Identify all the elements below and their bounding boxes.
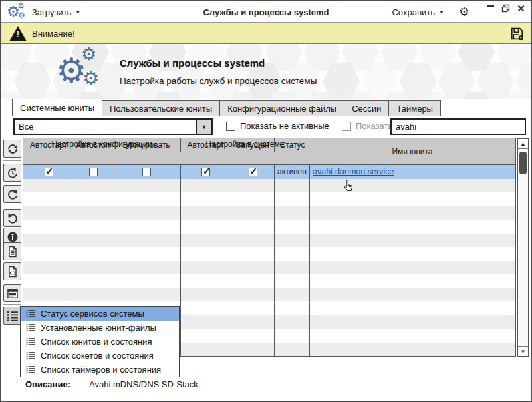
status-cell: активен (275, 165, 310, 179)
menu-item-label: Статус сервисов системы (41, 309, 144, 319)
menu-item-sockets-list[interactable]: Список сокетов и состояния (21, 349, 179, 363)
table-row-empty[interactable] (23, 206, 515, 220)
table-row-empty[interactable] (23, 261, 515, 275)
warning-text: Внимание! (32, 29, 75, 39)
save-settings-button[interactable] (509, 25, 525, 45)
table-header: Настройка в конфигурации Настройка в сис… (23, 138, 515, 165)
menu-item-label: Список таймеров и состояния (41, 365, 161, 375)
redo-button[interactable] (3, 185, 21, 203)
window-controls: ✕ (486, 4, 525, 13)
maximize-button[interactable] (501, 4, 510, 13)
app-window: ⚙ ⚙ ⚙ Загрузить ▼ Службы и процессы syst… (0, 0, 532, 402)
banner-title: Службы и процессы systemd (120, 57, 265, 69)
list-icon (26, 365, 35, 375)
running-system-checkbox[interactable] (249, 168, 257, 176)
history-restore-button[interactable] (3, 164, 21, 182)
titlebar: ⚙ ⚙ ⚙ Загрузить ▼ Службы и процессы syst… (1, 1, 531, 23)
menu-item-installed-unit-files[interactable]: Установленные юнит-файлы (21, 321, 179, 335)
chevron-down-icon: ▼ (439, 9, 444, 15)
autostop-config-checkbox[interactable] (89, 168, 98, 176)
scrollbar-thumb[interactable] (519, 152, 527, 174)
minimize-button[interactable] (486, 4, 495, 13)
warning-triangle-icon: ! (9, 26, 27, 41)
file-code-icon (6, 265, 19, 278)
list-icon (26, 351, 35, 361)
col-header-unit-name: Имя юнита (309, 138, 515, 165)
undo-arrow-icon (6, 212, 19, 225)
col-header-autostop-config: Автостоп (74, 138, 112, 152)
list-icon (26, 337, 35, 347)
window-title: Службы и процессы systemd (1, 1, 531, 23)
unit-type-selected-value: Все (15, 120, 196, 134)
history-icon (6, 166, 19, 180)
show-inactive-label: Показать не активные (240, 121, 329, 131)
table-row-empty[interactable] (23, 288, 515, 302)
scroll-down-button[interactable]: ▼ (518, 346, 528, 356)
refresh-button[interactable] (3, 140, 21, 158)
save-menu-button[interactable]: Сохранить ▼ (392, 1, 444, 23)
block-config-checkbox[interactable] (142, 168, 151, 176)
autostart-system-checkbox[interactable] (201, 168, 210, 176)
table-row-empty[interactable] (23, 192, 515, 206)
table-row-empty[interactable] (23, 247, 515, 261)
list-icon (26, 323, 35, 333)
tab-config-files[interactable]: Конфигурационные файлы (220, 100, 344, 116)
search-input[interactable] (390, 118, 526, 135)
list-reports-icon (6, 309, 19, 323)
menu-item-label: Список юнитов и состояния (41, 337, 152, 347)
table-row-empty[interactable] (23, 220, 515, 234)
description-label: Описание: (25, 379, 70, 389)
floppy-disk-icon (509, 25, 525, 42)
chevron-down-icon: ▼ (201, 124, 207, 130)
edit-config-button[interactable] (3, 262, 21, 280)
autostart-config-checkbox[interactable] (45, 168, 53, 176)
tab-user-units[interactable]: Пользовательские юниты (102, 100, 220, 116)
info-icon (6, 230, 19, 244)
warning-bar: ! Внимание! (1, 23, 531, 44)
scroll-up-button[interactable]: ▲ (518, 139, 528, 149)
undo-button[interactable] (3, 209, 21, 227)
banner-subtitle: Настройка работы служб и процессов систе… (120, 76, 317, 86)
table-row-empty[interactable] (23, 179, 515, 193)
save-menu-label: Сохранить (392, 7, 435, 17)
vertical-scrollbar[interactable]: ▲ ▼ (517, 138, 529, 357)
col-header-autostart-config: Автостарт (23, 138, 74, 152)
tab-bar: Системные юниты Пользовательские юниты К… (12, 99, 531, 116)
show-inactive-checkbox[interactable] (226, 122, 235, 131)
col-header-autostart-system: Автостарт (181, 138, 231, 152)
col-header-status: Статус (275, 138, 310, 152)
reports-list-button[interactable] (3, 307, 21, 325)
unit-file-button[interactable] (3, 242, 21, 260)
menu-item-units-list[interactable]: Список юнитов и состояния (21, 335, 179, 349)
list-output-icon (6, 287, 19, 300)
tab-sessions[interactable]: Сессии (344, 100, 389, 116)
col-header-block: Блокировать (112, 138, 181, 152)
description-row: Описание: Avahi mDNS/DNS SD-Stack (25, 379, 198, 389)
combo-dropdown-button[interactable]: ▼ (196, 120, 211, 134)
file-text-icon (6, 245, 19, 258)
table-row-empty[interactable] (23, 274, 515, 288)
refresh-icon (6, 142, 19, 156)
reports-context-menu: Статус сервисов системы Установленные юн… (20, 306, 180, 377)
table-row-empty[interactable] (23, 234, 515, 248)
filter-row: Все ▼ Показать не активные Показать не з… (1, 118, 531, 136)
menu-item-label: Установленные юнит-файлы (41, 323, 156, 333)
redo-arrow-icon (6, 188, 19, 201)
col-header-running: Запущен (231, 138, 275, 152)
table-row-selected[interactable]: активен avahi-daemon.service (23, 165, 515, 179)
menu-item-services-status[interactable]: Статус сервисов системы (21, 307, 179, 321)
show-inactive-checkbox-row: Показать не активные (226, 121, 329, 131)
app-logo-gears-icon: ⚙⚙⚙ (56, 48, 97, 95)
tab-system-units[interactable]: Системные юниты (12, 99, 102, 116)
restore-icon (501, 4, 510, 13)
settings-gear-icon[interactable]: ⚙ (459, 5, 469, 19)
journal-output-button[interactable] (3, 284, 21, 302)
unit-type-select[interactable]: Все ▼ (13, 118, 213, 135)
hand-cursor-icon (342, 178, 356, 196)
show-unloaded-checkbox[interactable] (342, 122, 351, 131)
menu-item-timers-list[interactable]: Список таймеров и состояния (21, 363, 179, 377)
tab-timers[interactable]: Таймеры (389, 100, 441, 116)
description-value: Avahi mDNS/DNS SD-Stack (89, 379, 198, 389)
unit-name-link[interactable]: avahi-daemon.service (313, 167, 394, 176)
close-button[interactable]: ✕ (517, 4, 525, 13)
